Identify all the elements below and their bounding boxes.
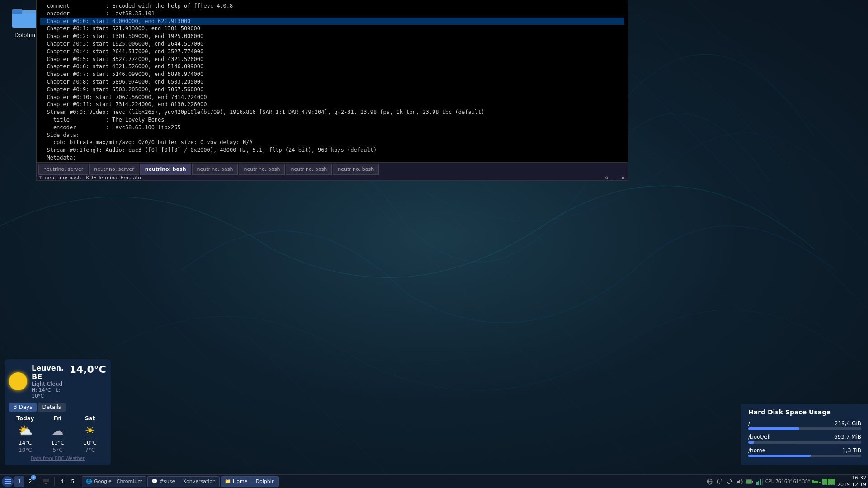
terminal-line: cpb: bitrate max/min/avg: 0/0/0 buffer s… xyxy=(40,139,624,146)
terminal-expand-icon[interactable]: ⊞ xyxy=(38,175,42,180)
battery-segments xyxy=(822,479,835,485)
weather-day-hi-today: 14°C xyxy=(9,440,42,446)
weather-day-label: Today xyxy=(9,415,42,422)
taskbar-num-4[interactable]: 4 xyxy=(57,476,67,487)
hdd-row-efi: /boot/efi 693,7 MiB xyxy=(748,434,861,444)
weather-tab-details[interactable]: Details xyxy=(38,403,66,412)
taskbar-left: 1 2 2 4 5 xyxy=(2,476,82,487)
cpu-bar-0 xyxy=(812,480,814,483)
show-desktop-button[interactable] xyxy=(40,476,52,487)
weather-day-icon-sat: ☀ xyxy=(83,423,97,438)
network-status-icon[interactable] xyxy=(755,478,764,486)
weather-main-icon xyxy=(9,372,27,390)
hdd-title: Hard Disk Space Usage xyxy=(748,408,861,416)
desktop-1-button[interactable]: 1 xyxy=(14,476,24,487)
terminal-line: comment : Encoded with the help of ffhev… xyxy=(40,2,624,10)
terminal-tab-5[interactable]: neutrino: bash xyxy=(286,164,332,175)
terminal-line: Chapter #0:9: start 6503.205000, end 706… xyxy=(40,86,624,94)
notifications-icon[interactable] xyxy=(716,478,724,486)
terminal-tab-4[interactable]: neutrino: bash xyxy=(239,164,285,175)
terminal-line: Stream #0:0: Video: hevc (libx265), yuv4… xyxy=(40,108,624,116)
terminal-line: Chapter #0:6: start 4321.526000, end 514… xyxy=(40,63,624,70)
svg-point-0 xyxy=(226,181,588,361)
svg-rect-19 xyxy=(5,483,11,484)
chromium-label: Google - Chromium xyxy=(94,479,142,484)
task-chromium[interactable]: 🌐 Google - Chromium xyxy=(82,476,146,487)
system-clock[interactable]: 16:32 2019-12-19 xyxy=(837,475,866,488)
hdd-bar-fill-root xyxy=(748,427,799,430)
taskbar-tasks: 🌐 Google - Chromium 💬 #suse — Konversati… xyxy=(82,476,279,487)
weather-header-left: Leuven, BE Light Cloud H: 14°C L: 10°C xyxy=(9,364,70,399)
terminal-line: Chapter #0:4: start 2644.517000, end 352… xyxy=(40,48,624,56)
cpu-temp-2: 61° xyxy=(793,479,802,484)
network-icon[interactable] xyxy=(706,478,714,486)
cpu-temp-0: 76° xyxy=(775,479,783,484)
updates-icon[interactable] xyxy=(726,478,734,486)
terminal-line: Chapter #0:7: start 5146.099000, end 589… xyxy=(40,70,624,78)
terminal-line: Chapter #0:2: start 1301.509000, end 192… xyxy=(40,33,624,40)
taskbar-separator-3 xyxy=(80,477,80,486)
dolphin-task-label: Home — Dolphin xyxy=(233,479,275,484)
battery-seg-4 xyxy=(830,479,833,485)
terminal-line: Chapter #0:5: start 3527.774000, end 432… xyxy=(40,56,624,63)
weather-day-icon-fri: ☁ xyxy=(51,423,65,438)
terminal-line: Side data: xyxy=(40,131,624,139)
terminal-title: neutrino: bash - KDE Terminal Emulator xyxy=(45,175,143,181)
hdd-bar-bg-efi xyxy=(748,441,861,444)
terminal-tab-3[interactable]: neutrino: bash xyxy=(192,164,238,175)
app-menu-button[interactable] xyxy=(2,476,14,487)
task-dolphin[interactable]: 📁 Home — Dolphin xyxy=(221,476,279,487)
svg-rect-31 xyxy=(752,481,753,483)
weather-day-lo-fri: 5°C xyxy=(42,447,74,453)
weather-day-label-sat: Sat xyxy=(74,415,106,422)
audio-icon[interactable] xyxy=(736,478,744,486)
weather-source[interactable]: Data from BBC Weather xyxy=(9,456,106,461)
weather-temp: 14,0°C xyxy=(70,364,106,375)
terminal-tab-1[interactable]: neutrino: server xyxy=(89,164,139,175)
taskbar-num-5[interactable]: 5 xyxy=(68,476,78,487)
terminal-line: Chapter #0:11: start 7314.224000, end 81… xyxy=(40,101,624,108)
svg-rect-34 xyxy=(758,481,760,485)
terminal-tab-2[interactable]: neutrino: bash xyxy=(140,164,191,175)
battery-seg-2 xyxy=(825,479,827,485)
hdd-size-root: 219,4 GiB xyxy=(835,420,861,427)
task-konversation[interactable]: 💬 #suse — Konversation xyxy=(147,476,220,487)
hdd-size-efi: 693,7 MiB xyxy=(834,434,861,440)
clock-date: 2019-12-19 xyxy=(837,482,866,488)
terminal-line: Chapter #0:8: start 5896.974000, end 650… xyxy=(40,78,624,86)
cpu-temp-1: 68° xyxy=(784,479,793,484)
svg-rect-35 xyxy=(760,479,761,485)
weather-day-today: Today ⛅ 14°C 10°C xyxy=(9,415,42,453)
terminal-settings-icon[interactable]: ⚙ xyxy=(604,175,610,181)
weather-day-lo-sat: 7°C xyxy=(74,447,106,453)
terminal-tab-6[interactable]: neutrino: bash xyxy=(333,164,379,175)
dolphin-icon xyxy=(10,1,39,30)
hdd-widget: Hard Disk Space Usage / 219,4 GiB /boot/… xyxy=(741,404,868,465)
cpu-bar-1 xyxy=(814,481,816,483)
terminal-tab-0[interactable]: neutrino: server xyxy=(38,164,88,175)
terminal-line: encoder : Lavf58.35.101 xyxy=(40,10,624,18)
konversation-icon: 💬 xyxy=(151,479,158,484)
battery-icon xyxy=(745,478,754,486)
hdd-label-home: /home 1,3 TiB xyxy=(748,447,861,454)
terminal-minimize-icon[interactable]: − xyxy=(612,175,618,181)
hdd-bar-fill-home xyxy=(748,455,811,457)
cpu-temp-3: 38° xyxy=(802,479,810,484)
terminal-line: Chapter #0:1: start 621.913000, end 1301… xyxy=(40,25,624,33)
svg-rect-5 xyxy=(12,9,22,14)
terminal-content[interactable]: comment : Encoded with the help of ffhev… xyxy=(37,0,628,163)
svg-marker-29 xyxy=(737,479,740,484)
desktop-2-button[interactable]: 2 2 xyxy=(25,476,35,487)
hdd-drive-efi: /boot/efi xyxy=(748,434,771,440)
terminal-close-icon[interactable]: ✕ xyxy=(620,175,626,181)
weather-day-label-fri: Fri xyxy=(42,415,74,422)
hdd-row-home: /home 1,3 TiB xyxy=(748,447,861,457)
weather-header: Leuven, BE Light Cloud H: 14°C L: 10°C 1… xyxy=(9,364,106,399)
weather-day-hi-fri: 13°C xyxy=(42,440,74,446)
cpu-label: CPU xyxy=(765,479,774,484)
svg-rect-17 xyxy=(5,479,11,480)
desktop-2-badge: 2 xyxy=(31,475,36,480)
weather-tab-3days[interactable]: 3 Days xyxy=(9,403,37,412)
dolphin-label: Dolphin xyxy=(14,32,35,38)
terminal-line: Chapter #0:3: start 1925.006000, end 264… xyxy=(40,40,624,48)
